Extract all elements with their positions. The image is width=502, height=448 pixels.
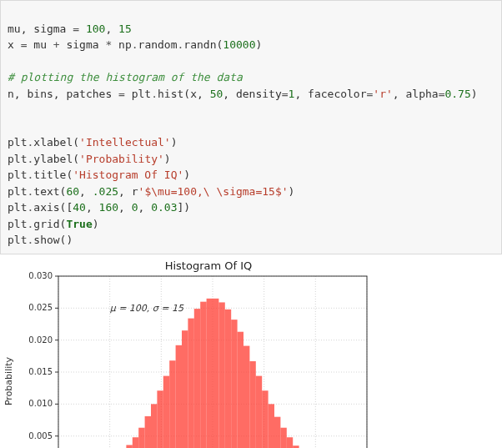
histogram-bar xyxy=(133,437,138,448)
histogram-bar xyxy=(182,330,188,448)
code-text: mu, sigma = 100, 15 x = mu + sigma * np.… xyxy=(8,23,478,247)
y-axis-label: Probability xyxy=(3,356,14,405)
histogram-bar xyxy=(157,390,163,448)
histogram-bar xyxy=(274,416,280,448)
histogram-bar xyxy=(243,345,249,448)
chart-annotation: μ = 100, σ = 15 xyxy=(110,303,184,314)
histogram-bar xyxy=(269,404,274,448)
y-tick-label: 0.025 xyxy=(28,303,53,312)
chart-title: Histogram Of IQ xyxy=(165,259,253,272)
histogram-bar xyxy=(207,298,213,448)
chart-output: Histogram Of IQ 4060801001201401600.0000… xyxy=(0,256,502,449)
y-tick-label: 0.015 xyxy=(28,367,53,376)
histogram-bar xyxy=(280,427,286,448)
histogram-bar xyxy=(238,331,243,448)
histogram-bar xyxy=(145,415,151,448)
histogram-bar xyxy=(188,318,193,448)
histogram-bar xyxy=(262,390,268,448)
histogram-bar xyxy=(200,301,206,448)
histogram-bar xyxy=(176,345,182,448)
histogram-bar xyxy=(256,375,262,448)
histogram-bar xyxy=(218,302,224,448)
histogram-bar xyxy=(126,445,132,448)
histogram-bar xyxy=(225,309,231,448)
histogram-chart: Histogram Of IQ 4060801001201401600.0000… xyxy=(0,256,417,449)
y-tick-label: 0.030 xyxy=(28,271,53,280)
histogram-bar xyxy=(169,360,175,448)
y-tick-label: 0.010 xyxy=(28,399,53,408)
histogram-bar xyxy=(231,320,237,448)
histogram-bar xyxy=(163,375,169,448)
code-cell: mu, sigma = 100, 15 x = mu + sigma * np.… xyxy=(0,0,502,254)
histogram-bar xyxy=(138,427,144,448)
y-tick-label: 0.005 xyxy=(28,430,53,440)
histogram-bar xyxy=(151,404,157,448)
histogram-bar xyxy=(213,298,218,448)
histogram-bar xyxy=(249,360,255,448)
histogram-bar xyxy=(287,437,293,448)
y-tick-label: 0.020 xyxy=(28,335,53,344)
histogram-bar xyxy=(194,309,200,448)
